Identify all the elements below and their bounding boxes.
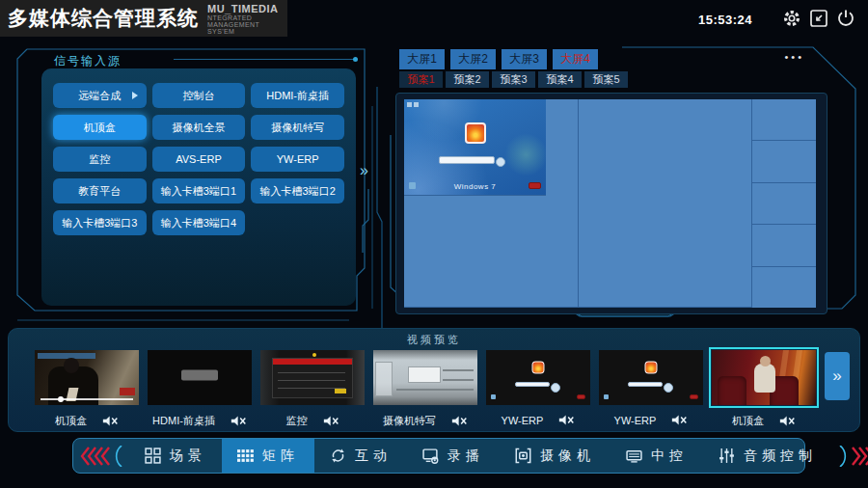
tab-label: 预案5 [592,72,619,87]
preview-item: 摄像机特写 [373,350,477,428]
nav-item-recording[interactable]: 录播 [407,439,500,473]
nav-items: 场景 矩阵 互动 [129,439,832,473]
tab-preset-5[interactable]: 预案5 [584,71,628,88]
source-button-label: 输入卡槽3端口3 [62,216,137,230]
preset-tab-bar: 预案1 预案2 预案3 预案4 预案5 [399,71,628,88]
nav-item-central-control[interactable]: 中控 [610,439,703,473]
source-button-slot3-port4[interactable]: 输入卡槽3端口4 [152,210,246,235]
wall-cell-2[interactable] [752,141,816,182]
signal-button-grid: 远端合成 控制台 HDMI-前桌插 机顶盒 摄像机全景 摄像机特写 监控 AVS… [53,83,344,235]
thumb-shelf-decoration [443,379,474,381]
source-button-console[interactable]: 控制台 [152,83,246,108]
windows-user-avatar [645,362,658,374]
nav-item-matrix[interactable]: 矩阵 [222,439,314,473]
preview-next-button[interactable]: » [825,352,850,400]
thumb-whiteboard-decoration [408,366,441,383]
tab-label: 大屏2 [458,51,488,68]
source-button-settop-box[interactable]: 机顶盒 [53,115,147,140]
sync-arrows-icon [330,447,346,464]
source-button-slot3-port1[interactable]: 输入卡槽3端口1 [152,178,246,203]
nav-item-scene[interactable]: 场景 [129,439,222,473]
wall-cell-1[interactable] [752,99,816,141]
preview-item: 机顶盒 [712,350,816,428]
settings-gear-icon[interactable] [781,8,802,29]
wall-cell-4[interactable] [752,225,816,266]
tab-preset-1[interactable]: 预案1 [399,71,443,88]
mute-icon[interactable] [451,415,468,427]
tab-preset-3[interactable]: 预案3 [492,71,535,88]
thumb-button-decoration [335,389,346,393]
more-options-icon[interactable]: ••• [784,51,804,63]
mute-icon[interactable] [779,415,796,427]
preview-thumb-hdmi[interactable] [148,350,252,405]
nav-label: 音频控制 [744,447,817,465]
preview-thumb-settop-box[interactable] [35,350,139,405]
player-progress-bar [41,398,133,400]
preview-thumbnails: 机顶盒 HDMI-前桌插 [35,350,816,428]
player-progress-handle [58,396,64,402]
mute-icon[interactable] [231,415,247,427]
title-rule-decoration [174,59,355,60]
thumb-glass-decoration [375,362,393,396]
tab-preset-4[interactable]: 预案4 [538,71,582,88]
scale-window-icon[interactable] [808,8,829,29]
nav-label: 矩阵 [262,447,299,465]
panel-expand-icon[interactable]: » [360,162,368,179]
mute-icon[interactable] [323,415,339,427]
mute-icon[interactable] [558,414,575,426]
grid-3x3-icon [237,447,254,464]
source-button-education-platform[interactable]: 教育平台 [53,178,147,203]
wall-zone-center[interactable] [579,99,753,308]
preview-label: HDMI-前桌插 [152,414,215,428]
app-title: 多媒体综合管理系统 [8,5,199,32]
header: 多媒体综合管理系统 MU_TIMEDIA NTEGRATED MANAGEMEN… [0,0,868,37]
grid-2x2-icon [145,447,161,464]
preview-thumb-settop-box-selected[interactable] [712,350,816,405]
source-button-surveillance[interactable]: 监控 [53,147,147,172]
wall-cell-5[interactable] [752,267,816,308]
preview-thumb-surveillance[interactable] [260,350,365,405]
tab-screen-4[interactable]: 大屏4 [553,49,598,69]
tab-screen-2[interactable]: 大屏2 [450,49,496,69]
preview-thumb-camera-closeup[interactable] [373,350,477,405]
source-button-camera-closeup[interactable]: 摄像机特写 [251,115,344,140]
preview-thumb-yw-erp[interactable] [599,350,703,405]
preview-label: 摄像机特写 [383,414,436,428]
thumb-shelf-decoration [443,369,474,371]
wall-zone-left[interactable]: Windows 7 [404,99,579,308]
windows-shutdown-button [529,182,541,189]
source-button-yw-erp[interactable]: YW-ERP [251,147,344,172]
source-button-hdmi[interactable]: HDMI-前桌插 [251,83,344,108]
windows-user-avatar [532,362,545,374]
screen-tab-bar: 大屏1 大屏2 大屏3 大屏4 [399,49,598,69]
wall-cell-3[interactable] [752,183,816,225]
tab-screen-1[interactable]: 大屏1 [399,49,445,69]
video-preview-strip: 视频预览 机顶盒 [8,328,860,432]
mute-icon[interactable] [102,415,119,427]
audio-sliders-icon [719,447,735,464]
source-button-label: 输入卡槽3端口2 [260,184,336,199]
source-button-slot3-port2[interactable]: 输入卡槽3端口2 [251,178,344,203]
tab-screen-3[interactable]: 大屏3 [502,49,547,69]
app-title-block: 多媒体综合管理系统 MU_TIMEDIA NTEGRATED MANAGEMEN… [0,0,287,37]
source-button-remote-compose[interactable]: 远端合成 [53,83,147,108]
source-button-label: 摄像机全景 [172,121,225,135]
windows-login-source[interactable]: Windows 7 [404,99,546,196]
tab-label: 预案1 [407,72,434,87]
mute-icon[interactable] [671,414,688,426]
nav-item-camera[interactable]: 摄像机 [500,439,610,473]
thumb-dot-decoration [312,353,316,357]
windows-shutdown-button [690,394,698,399]
nav-item-interaction[interactable]: 互动 [314,439,407,473]
source-button-avs-erp[interactable]: AVS-ERP [152,147,246,172]
nav-item-audio-control[interactable]: 音频控制 [703,439,832,473]
source-button-camera-panorama[interactable]: 摄像机全景 [152,115,246,140]
preview-thumb-yw-erp[interactable] [486,350,590,405]
thumb-app-window-decoration [272,358,353,398]
power-icon[interactable] [835,8,856,29]
record-screen-icon [422,447,439,464]
source-button-label: 控制台 [182,89,214,103]
thumb-titlebar-decoration [273,359,352,365]
source-button-slot3-port3[interactable]: 输入卡槽3端口3 [53,210,147,235]
tab-preset-2[interactable]: 预案2 [446,71,489,88]
